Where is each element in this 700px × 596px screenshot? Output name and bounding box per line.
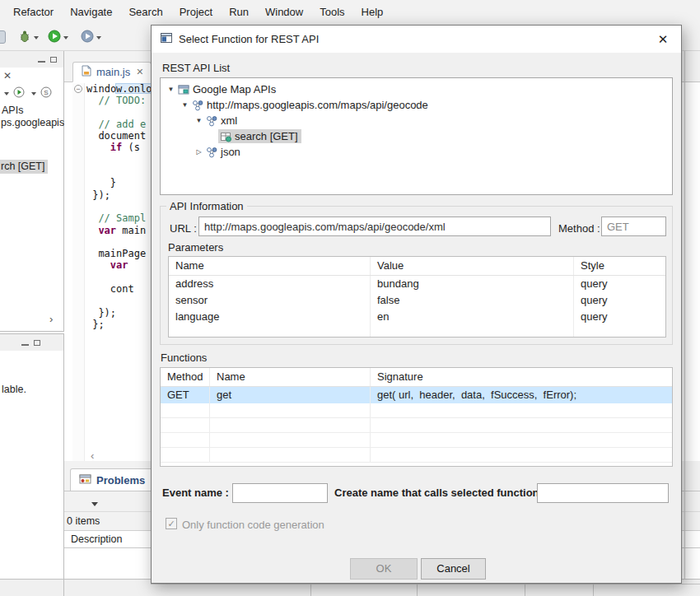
table-empty-row [161,448,672,463]
clipped-toolbar-icon[interactable] [0,30,6,44]
table-cell: query [574,309,665,325]
chevron-down-icon[interactable]: ▼ [194,117,204,124]
debug-bug-icon [18,30,31,46]
explorer-tree: APIsps.googleapis.rch [GET] [0,51,63,331]
menu-item-search[interactable]: Search [120,0,170,25]
code-line [86,154,158,165]
column-header-name[interactable]: Name [210,368,371,386]
table-empty-cell [371,418,672,432]
tree-node-label: search [GET] [235,130,298,142]
table-row[interactable]: GETgetget( url, header, data, fSuccess, … [161,387,672,403]
table-empty-cell [371,325,574,338]
profile-icon [81,30,94,46]
table-empty-cell [161,448,210,462]
tree-node-selection[interactable]: json [204,145,244,159]
status-cell-border [310,584,311,596]
code-line: window.onloa [86,83,158,95]
code-line [86,272,158,283]
code-token: // Sampl [98,212,146,224]
fold-collapse-icon[interactable]: − [74,85,82,93]
dropdown-caret-icon[interactable] [34,36,39,40]
minimize-icon[interactable] [21,339,29,346]
chevron-down-icon[interactable]: ▼ [166,86,176,93]
tree-node-selection[interactable]: search [GET] [218,129,301,143]
dialog-close-icon[interactable]: ✕ [653,32,673,47]
column-header-signature[interactable]: Signature [371,368,672,386]
menu-item-refactor[interactable]: Refactor [5,0,62,25]
code-line: var main [86,225,158,236]
service-icon [206,115,217,127]
column-header-value[interactable]: Value [371,257,574,275]
code-token: mainPage [98,248,146,259]
code-line [86,201,158,212]
code-token: var [110,259,134,271]
code-line: cont [86,283,158,295]
menu-item-window[interactable]: Window [257,0,311,25]
code-token: // TODO: [98,95,146,106]
menu-item-navigate[interactable]: Navigate [62,0,120,25]
tab-problems[interactable]: Problems [70,468,154,491]
dialog-title: Select Function for REST API [179,33,319,45]
tree-node-selection[interactable]: xml [204,114,240,128]
menu-item-project[interactable]: Project [171,0,221,25]
create-name-input[interactable] [537,483,669,503]
view-menu-caret-icon[interactable] [91,502,98,506]
tree-node-selection[interactable]: http://maps.googleapis.com/maps/api/geoc… [190,98,432,112]
menu-item-tools[interactable]: Tools [311,0,352,25]
menu-item-help[interactable]: Help [353,0,392,25]
tree-node-selection[interactable]: Google Map APIs [176,82,279,96]
dropdown-caret-icon[interactable] [63,36,68,40]
table-empty-cell [161,433,210,447]
only-function-code-label: Only function code generation [182,519,324,531]
func-icon [220,131,231,142]
dropdown-caret-icon[interactable] [96,36,101,40]
code-token: } [110,177,116,189]
editor-tab-mainjs[interactable]: main.js ✕ [72,62,152,82]
service-icon [206,147,217,158]
functions-table: MethodNameSignatureGETgetget( url, heade… [160,367,673,467]
only-function-code-checkbox[interactable]: ✓ [166,518,177,529]
scroll-right-icon[interactable]: › [49,313,53,325]
tree-node-label: http://maps.googleapis.com/maps/api/geoc… [207,99,428,111]
column-header-style[interactable]: Style [574,257,665,275]
debug-button[interactable] [18,28,39,48]
table-row[interactable]: sensorfalsequery [169,292,665,309]
chevron-down-icon[interactable]: ▼ [180,101,190,109]
chevron-right-icon[interactable]: ▷ [194,148,204,156]
table-cell: sensor [169,292,371,309]
ok-button[interactable]: OK [350,558,418,580]
tree-node-xml[interactable]: ▼xml [161,113,672,128]
method-input[interactable] [601,217,666,236]
dialog-titlebar[interactable]: Select Function for REST API ✕ [152,26,681,53]
tree-node-json[interactable]: ▷json [161,144,672,160]
table-empty-cell [169,325,371,338]
code-line: } [86,177,158,189]
maximize-icon[interactable] [34,340,40,346]
cancel-button[interactable]: Cancel [421,558,486,580]
profile-button[interactable] [81,28,101,48]
explorer-item[interactable]: rch [GET] [0,160,48,174]
tree-node-google-map-apis[interactable]: ▼Google Map APIs [161,81,672,97]
run-button[interactable] [48,28,68,48]
table-row[interactable]: addressbundangquery [169,276,665,292]
table-cell: query [574,292,665,309]
tree-node-label: xml [221,114,237,127]
explorer-item[interactable]: ps.googleapis. [0,116,71,130]
tree-node-http-maps-googleapis-com-maps-api-geocode[interactable]: ▼http://maps.googleapis.com/maps/api/geo… [161,97,672,113]
column-header-name[interactable]: Name [169,257,371,275]
url-input[interactable] [198,217,551,236]
code-token: }); [92,189,110,201]
tab-close-icon[interactable]: ✕ [136,67,143,77]
scroll-left-icon[interactable]: ‹ [91,449,94,462]
status-cell-border [525,584,525,596]
column-header-method[interactable]: Method [161,368,210,386]
table-row[interactable]: languageenquery [169,309,665,325]
event-name-input[interactable] [232,483,328,503]
menu-item-run[interactable]: Run [221,0,257,25]
table-empty-cell [371,403,672,417]
table-empty-row [161,418,672,433]
tree-node-search-get-[interactable]: search [GET] [161,128,672,144]
event-name-label: Event name : [162,487,229,499]
status-cell-line [151,584,700,584]
code-line: mainPage [86,248,158,259]
